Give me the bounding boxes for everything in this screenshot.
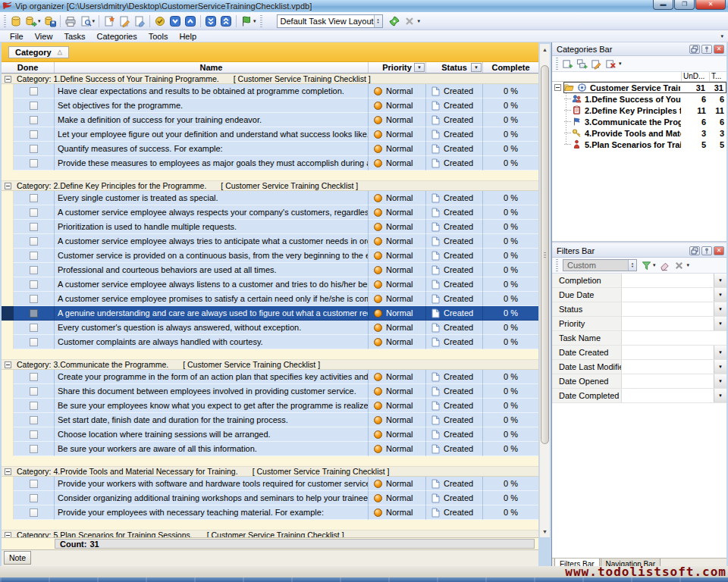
close-button[interactable]: ✕: [695, 0, 726, 10]
category-group-header[interactable]: Category: 4.Provide Tools and Material N…: [2, 466, 538, 477]
tree-col-total[interactable]: T...: [709, 72, 726, 81]
dropdown-caret-icon[interactable]: ▾: [93, 18, 96, 24]
panel-close-icon[interactable]: ✕: [714, 45, 724, 54]
filter-value-field[interactable]: [622, 331, 714, 345]
task-checkbox[interactable]: [30, 430, 38, 439]
tree-category-row[interactable]: 1.Define Success of Your Train66: [552, 93, 726, 105]
filter-value-field[interactable]: [622, 374, 714, 388]
manage-layout-button[interactable]: [387, 14, 402, 29]
panel-restore-icon[interactable]: [689, 246, 700, 255]
tree-category-row[interactable]: 2.Define Key Principles for the1111: [552, 105, 726, 116]
task-row[interactable]: Provide these measures to employees as m…: [2, 156, 538, 171]
collapse-group-icon[interactable]: [5, 361, 11, 368]
column-header-name[interactable]: Name: [55, 62, 369, 73]
task-row[interactable]: Consider organizing additional training …: [2, 491, 538, 505]
panel-pin-icon[interactable]: [701, 246, 712, 255]
task-checkbox[interactable]: [30, 266, 38, 274]
task-row[interactable]: Professional and courteous behaviors are…: [2, 263, 538, 277]
filter-preset-combo[interactable]: Custom ▲▼: [563, 259, 637, 271]
task-checkbox[interactable]: [30, 159, 38, 167]
complete-task-button[interactable]: [152, 14, 168, 29]
grid-vertical-scrollbar[interactable]: ▲ ▼: [539, 44, 550, 537]
new-database-button[interactable]: [8, 14, 24, 29]
filter-dropdown-icon[interactable]: ▼: [714, 346, 726, 359]
collapse-group-icon[interactable]: [5, 532, 11, 538]
task-checkbox[interactable]: [30, 416, 38, 424]
task-checkbox[interactable]: [30, 480, 38, 488]
dropdown-caret-icon[interactable]: ▾: [253, 18, 256, 24]
panel-restore-icon[interactable]: [689, 45, 700, 54]
add-category-button[interactable]: [560, 57, 575, 70]
task-row[interactable]: A customer service employee always liste…: [2, 277, 538, 292]
filter-dropdown-icon[interactable]: ▼: [714, 288, 726, 302]
column-header-priority[interactable]: Priority▼: [369, 62, 426, 73]
tree-category-row[interactable]: 5.Plan Scenarios for Training S55: [552, 139, 726, 150]
task-row[interactable]: A customer service employee promises to …: [2, 292, 538, 306]
menu-help[interactable]: Help: [174, 31, 202, 42]
task-checkbox[interactable]: [30, 223, 38, 231]
column-header-done[interactable]: Done: [2, 62, 55, 73]
scroll-up-icon[interactable]: ▲: [540, 44, 550, 55]
status-filter-dropdown[interactable]: ▼: [471, 63, 482, 72]
category-group-header[interactable]: Category: 2.Define Key Principles for th…: [2, 180, 538, 191]
category-group-header[interactable]: Category: 1.Define Success of Your Train…: [2, 74, 538, 84]
task-row[interactable]: Quantify measures of success. For exampl…: [2, 142, 538, 156]
task-row[interactable]: Choose location where training sessions …: [2, 427, 538, 442]
panel-close-icon[interactable]: ✕: [714, 246, 724, 255]
task-row[interactable]: Be sure your employees know what you exp…: [2, 399, 538, 413]
collapse-group-icon[interactable]: [5, 183, 11, 189]
filter-value-field[interactable]: [622, 288, 714, 302]
toolbar-grip[interactable]: [556, 259, 558, 271]
print-preview-button[interactable]: ▾: [78, 14, 97, 29]
task-row[interactable]: Customer complaints are always handled w…: [2, 335, 538, 349]
menu-tasks[interactable]: Tasks: [58, 31, 91, 42]
combo-spin-icon[interactable]: ▲▼: [628, 260, 636, 271]
priority-filter-dropdown[interactable]: ▼: [414, 63, 425, 72]
task-row[interactable]: Make a definition of success for your tr…: [2, 113, 538, 127]
task-checkbox[interactable]: [30, 309, 38, 318]
apply-filter-button[interactable]: ▾: [639, 258, 657, 272]
task-row[interactable]: A genuine understanding and care are alw…: [2, 306, 538, 321]
task-row[interactable]: Provide your employees with necessary te…: [2, 505, 538, 520]
task-row[interactable]: Have clear expectations and results to b…: [2, 84, 538, 99]
collapse-all-button[interactable]: [218, 14, 234, 29]
add-subcategory-button[interactable]: [575, 57, 589, 70]
task-checkbox[interactable]: [30, 338, 38, 346]
task-checkbox[interactable]: [30, 145, 38, 153]
move-up-button[interactable]: [183, 14, 198, 29]
filter-dropdown-icon[interactable]: ▼: [714, 302, 726, 316]
filter-value-field[interactable]: [622, 302, 714, 316]
tree-root-row[interactable]: Customer Service Training Che3131: [552, 82, 726, 93]
filter-value-field[interactable]: [622, 389, 714, 402]
column-header-status[interactable]: Status▼: [426, 62, 483, 73]
task-checkbox[interactable]: [30, 295, 38, 303]
task-row[interactable]: Be sure your workers are aware of all th…: [2, 442, 538, 456]
maximize-button[interactable]: ❐: [674, 0, 695, 10]
collapse-group-icon[interactable]: [5, 468, 11, 475]
tree-category-row[interactable]: 4.Provide Tools and Material N33: [552, 127, 726, 139]
task-checkbox[interactable]: [30, 237, 38, 246]
task-checkbox[interactable]: [30, 194, 38, 202]
scroll-down-icon[interactable]: ▼: [540, 526, 550, 537]
task-checkbox[interactable]: [30, 102, 38, 110]
task-checkbox[interactable]: [30, 280, 38, 289]
open-database-button[interactable]: ▾: [24, 14, 42, 29]
delete-category-button[interactable]: [604, 57, 618, 70]
task-row[interactable]: Every customer's question is always answ…: [2, 321, 538, 335]
column-header-complete[interactable]: Complete: [483, 62, 538, 73]
filter-dropdown-icon[interactable]: ▼: [714, 389, 726, 402]
toolbar-grip[interactable]: [260, 15, 262, 27]
task-checkbox[interactable]: [30, 402, 38, 410]
filter-dropdown-icon[interactable]: ▼: [714, 374, 726, 388]
dropdown-caret-icon[interactable]: ▾: [653, 262, 656, 268]
panel-pin-icon[interactable]: [701, 45, 712, 54]
save-database-button[interactable]: [42, 14, 58, 29]
task-row[interactable]: Share this document between employees in…: [2, 384, 538, 399]
delete-layout-button[interactable]: [402, 14, 417, 29]
filter-dropdown-icon[interactable]: ▼: [714, 317, 726, 330]
dropdown-caret-icon[interactable]: ▾: [687, 262, 690, 268]
task-row[interactable]: Prioritization is used to handle multipl…: [2, 220, 538, 234]
minimize-button[interactable]: ▬: [653, 0, 673, 10]
edit-task-button[interactable]: [117, 14, 132, 29]
filter-value-field[interactable]: [622, 317, 714, 330]
